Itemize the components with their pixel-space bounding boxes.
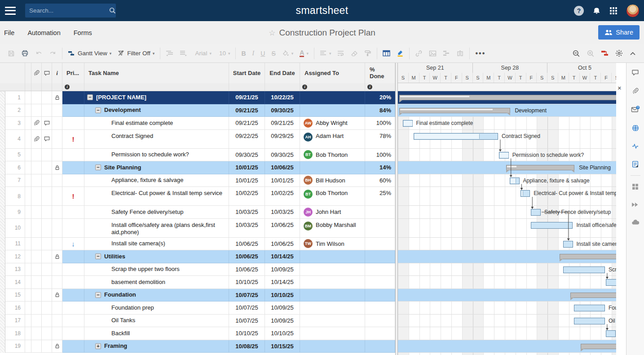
font-family-selector[interactable]: Arial▾	[190, 47, 215, 60]
gantt-row-9[interactable]: Safety Fence delivery/setup	[398, 206, 616, 219]
lock-cell[interactable]	[52, 263, 62, 276]
priority-cell[interactable]	[62, 263, 84, 276]
row-drag-handle[interactable]	[0, 187, 5, 206]
row-number[interactable]: 8	[5, 187, 25, 206]
collapse-toggle[interactable]: −	[95, 107, 101, 113]
hamburger-menu-icon[interactable]	[5, 7, 16, 15]
comment-bubble-icon[interactable]	[44, 120, 50, 126]
share-button[interactable]: Share	[598, 25, 640, 40]
comment-cell[interactable]	[42, 219, 52, 238]
menu-forms[interactable]: Forms	[74, 29, 92, 36]
pct-done-cell[interactable]	[365, 340, 395, 353]
bold-button[interactable]: B	[238, 47, 249, 60]
attachment-cell[interactable]	[31, 149, 42, 162]
end-date-cell[interactable]: 10/22/25	[265, 91, 300, 104]
automation-send-icon[interactable]	[631, 201, 640, 208]
row-number-header[interactable]	[5, 63, 25, 83]
gantt-row-4[interactable]: Contract Signed	[398, 130, 616, 149]
grid-row-9[interactable]: 9 Safety Fence delivery/setup 10/03/25 1…	[0, 206, 395, 219]
zoom-out-icon[interactable]	[569, 47, 583, 60]
priority-cell[interactable]	[62, 117, 84, 130]
start-date-cell[interactable]: 10/08/25	[229, 340, 265, 353]
row-number[interactable]: 13	[5, 263, 25, 276]
start-date-cell[interactable]: 09/22/25	[229, 130, 265, 149]
comment-cell[interactable]	[42, 238, 52, 251]
end-date-cell[interactable]: 10/10/25	[265, 327, 300, 340]
attachment-cell[interactable]	[31, 250, 42, 263]
lock-cell[interactable]	[52, 315, 62, 328]
lock-cell[interactable]	[52, 104, 62, 117]
blank-cell[interactable]	[25, 219, 31, 238]
pct-done-cell[interactable]	[365, 289, 395, 302]
end-date-cell[interactable]: 10/10/25	[265, 289, 300, 302]
row-number[interactable]: 4	[5, 130, 25, 149]
gantt-row-10[interactable]: Install office/safety area (plans desk,f…	[398, 219, 616, 238]
comment-cell[interactable]	[42, 91, 52, 104]
task-name-cell[interactable]: Safety Fence delivery/setup	[84, 206, 229, 219]
gantt-row-15[interactable]	[398, 289, 616, 302]
paperclip-icon[interactable]	[33, 136, 40, 142]
menu-file[interactable]: File	[4, 29, 14, 36]
grid-row-5[interactable]: 5 Permission to schedule work? 09/30/25 …	[0, 149, 395, 162]
start-date-cell[interactable]: 10/01/25	[229, 174, 265, 187]
task-name-cell[interactable]: Appliance, fixture & salvage	[84, 174, 229, 187]
start-date-cell[interactable]: 10/06/25	[229, 250, 265, 263]
row-drag-handle[interactable]	[0, 289, 5, 302]
lock-cell[interactable]	[52, 219, 62, 238]
assigned-to-cell[interactable]	[300, 340, 365, 353]
task-name-cell[interactable]: Oil Tanks	[84, 315, 229, 328]
comment-cell[interactable]	[42, 276, 52, 289]
row-drag-handle[interactable]	[0, 206, 5, 219]
gantt-bar-summary[interactable]	[570, 293, 616, 298]
format-painter-icon[interactable]	[361, 47, 375, 60]
gantt-bar-task[interactable]	[606, 330, 616, 337]
comment-cell[interactable]	[42, 206, 52, 219]
assigned-to-cell[interactable]	[300, 104, 365, 117]
pct-done-cell[interactable]: 60%	[365, 174, 395, 187]
assigned-to-cell[interactable]	[300, 327, 365, 340]
apps-grid-icon[interactable]	[609, 7, 618, 15]
pct-done-cell[interactable]	[365, 206, 395, 219]
comments-column-header[interactable]	[42, 63, 52, 83]
row-drag-handle[interactable]	[0, 174, 5, 187]
attachment-cell[interactable]	[31, 263, 42, 276]
attachment-cell[interactable]	[31, 238, 42, 251]
lock-cell[interactable]	[52, 117, 62, 130]
task-name-cell[interactable]: Install site camera(s)	[84, 238, 229, 251]
task-name-cell[interactable]: −Foundation	[84, 289, 229, 302]
end-date-cell[interactable]: 09/30/25	[265, 149, 300, 162]
end-date-cell[interactable]: 10/06/25	[265, 161, 300, 174]
blank-column-header[interactable]	[25, 63, 31, 83]
assigned-to-cell[interactable]	[300, 315, 365, 328]
row-number[interactable]: 9	[5, 206, 25, 219]
blank-cell[interactable]	[25, 289, 31, 302]
pct-done-cell[interactable]	[365, 250, 395, 263]
priority-cell[interactable]	[62, 104, 84, 117]
italic-button[interactable]: I	[249, 47, 258, 60]
assigned-to-cell[interactable]: JHJohn Hart	[300, 206, 365, 219]
assigned-to-cell[interactable]: AHAdam Hart	[300, 130, 365, 149]
card-view-grid-icon[interactable]	[379, 47, 393, 60]
priority-cell[interactable]	[62, 327, 84, 340]
lock-cell[interactable]	[52, 340, 62, 353]
assigned-to-cell[interactable]	[300, 263, 365, 276]
gantt-row-11[interactable]: Install site camera(s)	[398, 238, 616, 251]
task-name-cell[interactable]: Contract Signed	[84, 130, 229, 149]
row-drag-handle[interactable]	[0, 276, 5, 289]
assigned-to-cell[interactable]	[300, 289, 365, 302]
gantt-bar-summary[interactable]	[399, 108, 511, 113]
row-number[interactable]: 3	[5, 117, 25, 130]
priority-cell[interactable]	[62, 340, 84, 353]
gantt-bar-summary[interactable]	[560, 254, 616, 259]
comment-cell[interactable]	[42, 117, 52, 130]
end-date-cell[interactable]: 10/15/25	[265, 340, 300, 353]
start-date-cell[interactable]: 10/03/25	[229, 206, 265, 219]
collapse-toggle[interactable]: −	[95, 253, 101, 259]
start-date-cell[interactable]: 09/21/25	[229, 104, 265, 117]
close-icon[interactable]: ×	[618, 84, 622, 92]
pct-done-cell[interactable]	[365, 315, 395, 328]
lock-cell[interactable]	[52, 206, 62, 219]
start-date-cell[interactable]: 10/06/25	[229, 263, 265, 276]
row-drag-handle[interactable]	[0, 250, 5, 263]
publish-globe-icon[interactable]	[631, 124, 640, 132]
